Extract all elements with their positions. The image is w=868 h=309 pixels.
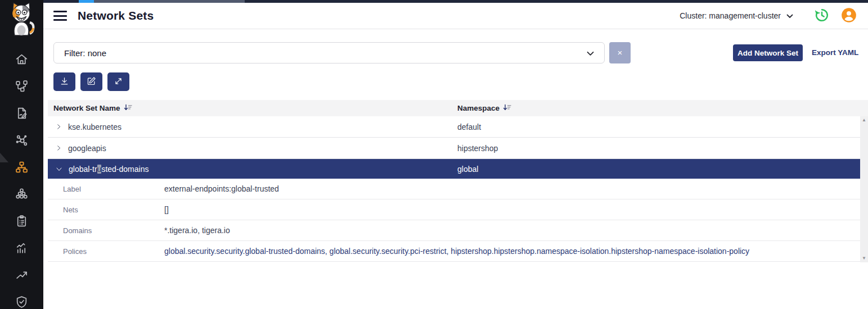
detail-value-policy-links[interactable]: global.security.security.global-trusted-… — [164, 247, 749, 256]
sidebar-item-endpoints[interactable] — [0, 181, 43, 208]
namespace-value: default — [457, 122, 481, 131]
add-network-set-button[interactable]: Add Network Set — [733, 44, 803, 61]
expand-arrows-icon — [114, 76, 123, 88]
table-header: Network Set Name Namespace — [48, 100, 868, 116]
hamburger-menu-icon[interactable] — [53, 11, 67, 21]
clipboard-icon — [15, 214, 29, 230]
history-icon — [814, 7, 830, 25]
sidebar-item-home[interactable] — [0, 47, 43, 74]
sidebar — [0, 0, 43, 309]
detail-key: Nets — [63, 206, 78, 214]
detail-value: *.tigera.io, tigera.io — [164, 226, 230, 235]
policy-document-icon — [15, 106, 29, 122]
home-icon — [15, 52, 29, 69]
calico-cat-logo[interactable] — [5, 1, 38, 36]
cluster-selector-label: Cluster: management-cluster — [680, 11, 781, 20]
chevron-right-icon[interactable] — [56, 145, 62, 151]
detail-row-label: Label external-endpoints:global-trusted — [48, 179, 860, 199]
table-action-buttons — [53, 72, 129, 91]
sidebar-item-service-graph[interactable] — [0, 74, 43, 101]
chart-bars-icon — [15, 241, 29, 257]
column-header-network-set-name[interactable]: Network Set Name — [53, 104, 132, 113]
shield-check-icon — [15, 295, 29, 309]
chevron-down-icon — [587, 48, 594, 58]
sidebar-item-threat-defense[interactable] — [0, 289, 43, 309]
table-row-kse-kubernetes[interactable]: kse.kubernetes default — [48, 116, 860, 138]
scroll-up-arrow[interactable]: ▲ — [860, 116, 868, 124]
clear-filter-button[interactable]: × — [609, 42, 631, 63]
app-header: Network Sets Cluster: management-cluster — [43, 3, 868, 29]
sidebar-notch-decoration — [0, 153, 8, 162]
edit-pencil-icon — [87, 76, 96, 88]
sort-icon — [503, 104, 511, 113]
download-icon — [60, 76, 69, 88]
sidebar-item-compliance-reports[interactable] — [0, 208, 43, 235]
user-avatar-icon — [841, 7, 857, 25]
trend-up-icon — [15, 268, 29, 284]
detail-value: [] — [164, 205, 169, 214]
user-avatar-button[interactable] — [841, 7, 857, 25]
scroll-down-arrow[interactable]: ▼ — [860, 255, 868, 262]
table-scrollbar[interactable]: ▲ ▼ — [860, 116, 868, 262]
namespace-value: hipstershop — [457, 144, 498, 153]
column-label: Network Set Name — [53, 104, 120, 112]
detail-row-nets: Nets [] — [48, 199, 860, 220]
detail-value: external-endpoints:global-trusted — [164, 184, 279, 193]
column-header-namespace[interactable]: Namespace — [457, 104, 511, 113]
cluster-selector[interactable]: Cluster: management-cluster — [680, 11, 793, 20]
export-yaml-link[interactable]: Export YAML — [812, 44, 858, 61]
detail-row-domains: Domains *.tigera.io, tigera.io — [48, 220, 860, 241]
page-title: Network Sets — [78, 9, 154, 22]
header-right-group: Cluster: management-cluster — [680, 7, 868, 25]
chevron-right-icon[interactable] — [56, 124, 62, 130]
download-button[interactable] — [53, 72, 75, 91]
filter-dropdown[interactable]: Filter: none — [53, 42, 605, 63]
sort-icon — [124, 104, 132, 113]
service-graph-icon — [15, 79, 29, 96]
sidebar-item-timeline[interactable] — [0, 262, 43, 289]
table-row-global-trusted-domains[interactable]: global-trusted-domains global — [48, 159, 860, 179]
detail-key: Polices — [63, 247, 87, 256]
sidebar-item-policies[interactable] — [0, 101, 43, 128]
chevron-down-icon — [786, 11, 793, 20]
chevron-down-icon[interactable] — [56, 166, 62, 172]
network-sets-icon — [15, 160, 29, 176]
network-set-name: googleapis — [68, 144, 106, 153]
history-button[interactable] — [814, 7, 830, 25]
network-set-name: kse.kubernetes — [68, 122, 122, 131]
table-row-googleapis[interactable]: googleapis hipstershop — [48, 138, 860, 159]
detail-row-polices: Polices global.security.security.global-… — [48, 241, 860, 262]
detail-key: Domains — [63, 226, 92, 235]
sidebar-item-dashboard[interactable] — [0, 235, 43, 262]
endpoint-cluster-icon — [15, 187, 29, 203]
column-label: Namespace — [457, 104, 500, 112]
sidebar-item-flow-visualizations[interactable] — [0, 128, 43, 154]
edit-button[interactable] — [80, 72, 102, 91]
table-body: kse.kubernetes default googleapis hipste… — [48, 116, 860, 262]
namespace-value: global — [457, 165, 478, 174]
molecule-graph-icon — [15, 133, 29, 149]
expand-button[interactable] — [107, 72, 129, 91]
detail-key: Label — [63, 185, 81, 193]
filter-dropdown-value: Filter: none — [64, 48, 106, 58]
network-set-name: global-trusted-domains — [69, 165, 149, 174]
sidebar-nav — [0, 47, 43, 309]
